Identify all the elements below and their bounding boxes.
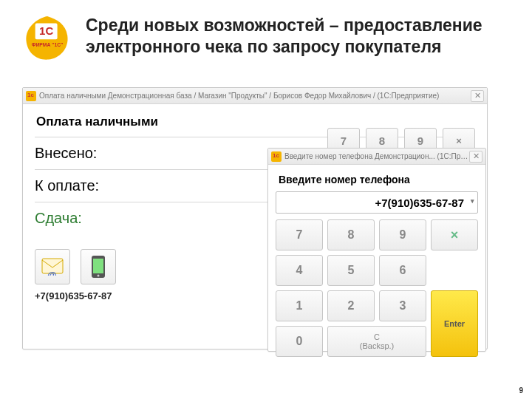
phone-icon bbox=[90, 255, 106, 279]
key-2[interactable]: 2 bbox=[327, 290, 375, 321]
logo-1c: 1С ФИРМА "1С" bbox=[22, 13, 72, 64]
payment-window-titlebar[interactable]: 1c Оплата наличными Демонстрационная баз… bbox=[23, 88, 487, 104]
page-title: Среди новых возможностей – предоставлени… bbox=[86, 13, 510, 58]
key-7[interactable]: 7 bbox=[276, 219, 323, 250]
key-backspace[interactable]: C (Backsp.) bbox=[327, 326, 426, 357]
app-icon: 1c bbox=[271, 151, 282, 162]
svg-text:1С: 1С bbox=[39, 24, 53, 37]
phone-input[interactable]: +7(910)635-67-87 ▾ bbox=[276, 191, 478, 214]
phone-dialog-title: Введите номер телефона bbox=[279, 174, 478, 185]
key-1[interactable]: 1 bbox=[276, 290, 323, 321]
key-8[interactable]: 8 bbox=[327, 219, 375, 250]
payment-window-title: Оплата наличными Демонстрационная база /… bbox=[39, 92, 471, 100]
keypad: 7 8 9 × 4 5 6 1 2 3 Enter 0 C (Backsp.) bbox=[276, 219, 478, 357]
due-label: К оплате: bbox=[35, 177, 146, 194]
key-0[interactable]: 0 bbox=[276, 326, 323, 357]
chevron-down-icon[interactable]: ▾ bbox=[471, 197, 474, 205]
app-icon: 1c bbox=[26, 91, 36, 101]
key-6[interactable]: 6 bbox=[379, 255, 426, 286]
cash-label: Внесено: bbox=[35, 145, 146, 162]
phone-dialog: 1c Введите номер телефона Демонстрацион.… bbox=[267, 148, 486, 352]
key-clear[interactable]: × bbox=[431, 219, 478, 250]
phone-input-value: +7(910)635-67-87 bbox=[375, 197, 464, 209]
svg-text:@: @ bbox=[47, 270, 57, 276]
close-icon[interactable]: ✕ bbox=[469, 151, 482, 163]
close-icon[interactable]: ✕ bbox=[471, 90, 484, 102]
key-5[interactable]: 5 bbox=[327, 255, 375, 286]
sms-receipt-button[interactable] bbox=[81, 249, 116, 284]
page-number: 9 bbox=[519, 386, 523, 395]
key-4[interactable]: 4 bbox=[276, 255, 323, 286]
payment-heading: Оплата наличными bbox=[36, 115, 475, 129]
phone-dialog-titlebar[interactable]: 1c Введите номер телефона Демонстрацион.… bbox=[268, 149, 485, 165]
svg-point-7 bbox=[98, 275, 100, 277]
key-3[interactable]: 3 bbox=[379, 290, 426, 321]
email-receipt-button[interactable]: @ bbox=[35, 249, 70, 284]
svg-rect-6 bbox=[93, 259, 103, 273]
svg-text:ФИРМА "1С": ФИРМА "1С" bbox=[32, 42, 64, 47]
mail-icon: @ bbox=[41, 258, 64, 276]
change-label: Сдача: bbox=[35, 210, 146, 227]
phone-dialog-bar-title: Введите номер телефона Демонстрацион... … bbox=[284, 152, 469, 160]
key-enter[interactable]: Enter bbox=[431, 290, 478, 357]
key-9[interactable]: 9 bbox=[379, 219, 426, 250]
